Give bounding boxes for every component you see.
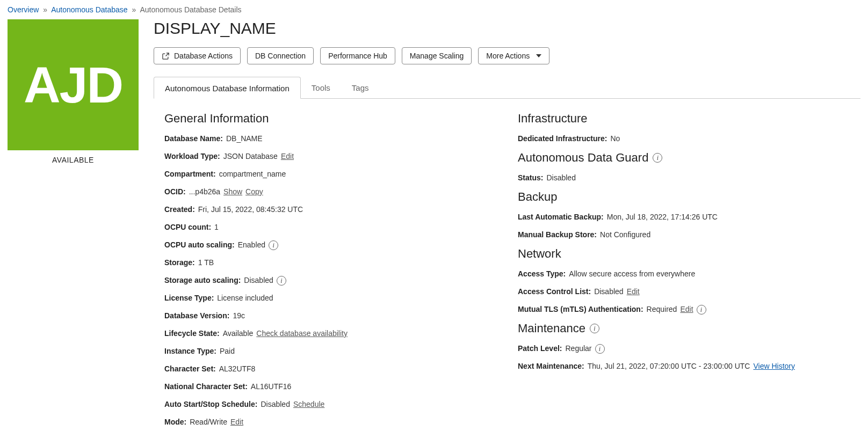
field-access-type: Access Type: Allow secure access from ev… (518, 268, 850, 280)
db-connection-label: DB Connection (255, 52, 306, 60)
field-manual-backup-store: Manual Backup Store: Not Configured (518, 229, 850, 240)
label: OCPU count: (164, 222, 211, 233)
field-ocpu-auto-scaling: OCPU auto scaling: Enabled i (164, 239, 496, 251)
info-icon[interactable]: i (697, 305, 706, 315)
field-last-auto-backup: Last Automatic Backup: Mon, Jul 18, 2022… (518, 211, 850, 223)
field-ocid: OCID: ...p4b26a Show Copy (164, 186, 496, 198)
field-patch-level: Patch Level: Regular i (518, 343, 850, 354)
tab-info[interactable]: Autonomous Database Information (154, 77, 301, 99)
backup-heading: Backup (518, 190, 850, 204)
maintenance-heading: Maintenance i (518, 322, 850, 335)
workload-edit-link[interactable]: Edit (281, 151, 294, 162)
label: OCPU auto scaling: (164, 239, 235, 251)
value: Enabled (238, 239, 265, 251)
network-heading: Network (518, 247, 850, 261)
field-workload-type: Workload Type: JSON Database Edit (164, 151, 496, 162)
breadcrumb-sep: » (41, 5, 49, 14)
value: License included (217, 293, 273, 304)
breadcrumb-current: Autonomous Database Details (140, 5, 241, 14)
label: Database Name: (164, 133, 223, 144)
field-auto-schedule: Auto Start/Stop Schedule: Disabled Sched… (164, 399, 496, 410)
open-icon (162, 52, 170, 60)
general-heading: General Information (164, 112, 496, 126)
label: Lifecycle State: (164, 328, 220, 339)
chevron-down-icon (536, 54, 541, 57)
tab-tags[interactable]: Tags (341, 77, 380, 99)
database-actions-button[interactable]: Database Actions (154, 47, 241, 64)
status-text: AVAILABLE (8, 150, 139, 164)
breadcrumb-autonomous-db[interactable]: Autonomous Database (51, 5, 127, 14)
info-icon[interactable]: i (653, 153, 662, 163)
data-guard-heading: Autonomous Data Guard i (518, 151, 850, 165)
more-actions-button[interactable]: More Actions (478, 47, 549, 64)
performance-hub-button[interactable]: Performance Hub (320, 47, 395, 64)
db-actions-label: Database Actions (174, 52, 233, 60)
value: Fri, Jul 15, 2022, 08:45:32 UTC (198, 204, 303, 215)
breadcrumb-sep: » (130, 5, 139, 14)
label: Manual Backup Store: (518, 229, 597, 240)
value: Disabled (261, 399, 290, 410)
field-storage-auto-scaling: Storage auto scaling: Disabled i (164, 275, 496, 286)
label: Workload Type: (164, 151, 220, 162)
value: Disabled (594, 286, 623, 297)
label: Dedicated Infrastructure: (518, 133, 607, 144)
field-mtls: Mutual TLS (mTLS) Authentication: Requir… (518, 304, 850, 315)
label: Status: (518, 172, 543, 184)
check-availability-link[interactable]: Check database availability (256, 328, 348, 339)
tab-tools[interactable]: Tools (301, 77, 341, 99)
value: Mon, Jul 18, 2022, 17:14:26 UTC (607, 211, 718, 223)
info-icon[interactable]: i (269, 240, 278, 250)
badge-text: AJD (24, 56, 122, 114)
value: 1 TB (198, 257, 214, 268)
value: Paid (220, 346, 235, 357)
label: OCID: (164, 186, 186, 198)
label: National Character Set: (164, 381, 248, 392)
view-history-link[interactable]: View History (753, 361, 795, 372)
acl-edit-link[interactable]: Edit (627, 286, 640, 297)
mtls-edit-link[interactable]: Edit (680, 304, 693, 315)
label: Compartment: (164, 169, 216, 180)
label: Patch Level: (518, 343, 562, 354)
value: Required (647, 304, 677, 315)
label: Mode: (164, 417, 186, 428)
value: Regular (565, 343, 591, 354)
field-character-set: Character Set: AL32UTF8 (164, 363, 496, 375)
info-icon[interactable]: i (590, 324, 599, 333)
page-title: DISPLAY_NAME (154, 19, 860, 38)
field-compartment: Compartment: compartment_name (164, 169, 496, 180)
value: AL16UTF16 (251, 381, 291, 392)
label: Access Control List: (518, 286, 591, 297)
label: Created: (164, 204, 195, 215)
breadcrumb-overview[interactable]: Overview (8, 5, 39, 14)
field-next-maintenance: Next Maintenance: Thu, Jul 21, 2022, 07:… (518, 361, 850, 372)
mode-edit-link[interactable]: Edit (230, 417, 243, 428)
infrastructure-heading: Infrastructure (518, 112, 850, 126)
label: Last Automatic Backup: (518, 211, 604, 223)
info-icon[interactable]: i (595, 344, 605, 354)
ocid-show-link[interactable]: Show (223, 186, 242, 198)
value: Thu, Jul 21, 2022, 07:20:00 UTC - 23:00:… (588, 361, 750, 372)
label: Auto Start/Stop Schedule: (164, 399, 257, 410)
label: Instance Type: (164, 346, 216, 357)
value: Disabled (546, 172, 575, 184)
field-database-name: Database Name: DB_NAME (164, 133, 496, 144)
data-guard-heading-text: Autonomous Data Guard (518, 151, 648, 165)
ocid-copy-link[interactable]: Copy (245, 186, 263, 198)
manage-scaling-button[interactable]: Manage Scaling (402, 47, 472, 64)
action-button-row: Database Actions DB Connection Performan… (154, 47, 860, 64)
field-storage: Storage: 1 TB (164, 257, 496, 268)
label: Database Version: (164, 310, 229, 322)
value: No (610, 133, 620, 144)
label: Next Maintenance: (518, 361, 584, 372)
field-created: Created: Fri, Jul 15, 2022, 08:45:32 UTC (164, 204, 496, 215)
field-license-type: License Type: License included (164, 293, 496, 304)
field-dedicated-infra: Dedicated Infrastructure: No (518, 133, 850, 144)
value: 1 (214, 222, 219, 233)
field-ocpu-count: OCPU count: 1 (164, 222, 496, 233)
field-data-guard-status: Status: Disabled (518, 172, 850, 184)
info-icon[interactable]: i (277, 276, 286, 286)
schedule-link[interactable]: Schedule (293, 399, 324, 410)
perf-hub-label: Performance Hub (328, 52, 387, 60)
value: DB_NAME (226, 133, 263, 144)
db-connection-button[interactable]: DB Connection (247, 47, 314, 64)
